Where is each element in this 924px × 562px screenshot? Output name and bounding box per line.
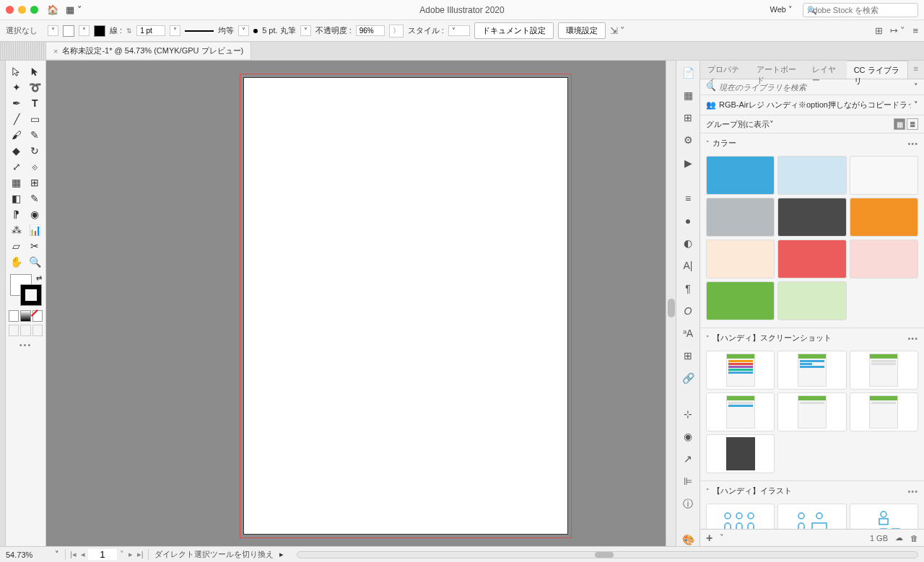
color-swatch[interactable] bbox=[706, 198, 775, 237]
workspace-icon[interactable]: ▦ ˅ bbox=[66, 4, 82, 15]
fill-stroke-control[interactable]: ⇄ bbox=[10, 274, 42, 306]
section-menu-icon[interactable]: ••• bbox=[907, 487, 918, 496]
trash-icon[interactable]: 🗑 bbox=[910, 534, 918, 543]
left-dock-grip[interactable] bbox=[0, 61, 6, 546]
blend-tool[interactable]: ◉ bbox=[26, 206, 45, 222]
pencil-tool[interactable]: ✎ bbox=[26, 127, 45, 143]
brush-dropdown[interactable]: ˅ bbox=[300, 25, 311, 36]
color-swatch[interactable] bbox=[850, 198, 918, 237]
dock-opentype-icon[interactable]: O bbox=[681, 304, 694, 317]
screenshot-thumb[interactable] bbox=[706, 392, 775, 431]
next-page-icon[interactable]: ▸ bbox=[127, 550, 134, 559]
artboard[interactable] bbox=[243, 77, 568, 535]
magic-wand-tool[interactable]: ✦ bbox=[7, 79, 26, 95]
dock-export-icon[interactable]: ↗ bbox=[681, 452, 694, 465]
dock-transform-icon[interactable]: ⊹ bbox=[681, 408, 694, 420]
toolbar-grip[interactable] bbox=[0, 42, 46, 60]
list-icon[interactable]: ≡ bbox=[912, 25, 918, 36]
style-dropdown[interactable]: ˅ bbox=[448, 25, 470, 36]
cloud-icon[interactable]: ☁ bbox=[895, 533, 903, 543]
free-transform-tool[interactable]: ▦ bbox=[7, 175, 26, 190]
dock-circle-icon[interactable]: ● bbox=[681, 214, 694, 227]
add-icon[interactable]: + bbox=[706, 532, 712, 545]
prev-page-icon[interactable]: ◂ bbox=[79, 550, 87, 559]
paintbrush-tool[interactable]: 🖌 bbox=[7, 127, 26, 143]
pen-tool[interactable]: ✒ bbox=[7, 95, 26, 111]
selection-tool[interactable] bbox=[7, 63, 26, 79]
draw-normal[interactable] bbox=[9, 325, 19, 336]
symbol-sprayer-tool[interactable]: ⁂ bbox=[7, 222, 26, 238]
rotate-tool[interactable]: ↻ bbox=[26, 143, 45, 159]
color-mode-gradient[interactable] bbox=[20, 310, 30, 322]
close-button[interactable] bbox=[6, 6, 14, 14]
document-setup-button[interactable]: ドキュメント設定 bbox=[474, 22, 554, 39]
dock-appearance-icon[interactable]: ◉ bbox=[681, 430, 694, 442]
line-tool[interactable]: ╱ bbox=[7, 111, 26, 127]
dock-swatches-icon[interactable]: ⊞ bbox=[681, 111, 694, 123]
stroke-width-dropdown[interactable]: ˅ bbox=[170, 25, 180, 36]
screenshot-thumb[interactable] bbox=[706, 351, 775, 390]
stroke-swatch[interactable] bbox=[94, 25, 105, 37]
dock-type-icon[interactable]: A| bbox=[681, 260, 694, 272]
chevron-down-icon[interactable]: ˅ bbox=[706, 488, 710, 495]
stock-search-input[interactable] bbox=[803, 3, 918, 17]
gradient-tool[interactable]: ◧ bbox=[7, 190, 26, 206]
dock-chars-icon[interactable]: ⊞ bbox=[681, 350, 694, 362]
scale-tool[interactable]: ⤢ bbox=[7, 159, 26, 175]
color-swatch[interactable] bbox=[777, 240, 846, 278]
dock-paragraph-icon[interactable]: ¶ bbox=[681, 282, 694, 294]
view-mode-label[interactable]: グループ別に表示 bbox=[706, 119, 770, 130]
stroke-color[interactable] bbox=[20, 284, 42, 306]
tab-artboard[interactable]: アートボード bbox=[749, 61, 805, 79]
screenshot-thumb[interactable] bbox=[706, 434, 775, 473]
dock-info-icon[interactable]: ⓘ bbox=[681, 498, 694, 511]
stock-search[interactable]: 🔍 bbox=[803, 3, 918, 17]
screenshot-thumb[interactable] bbox=[850, 351, 918, 390]
column-graph-tool[interactable]: 📊 bbox=[26, 222, 45, 238]
dock-gradient-icon[interactable]: ◐ bbox=[681, 237, 694, 249]
workspace-dropdown[interactable]: Web ˅ bbox=[766, 4, 797, 16]
dock-grid-icon[interactable]: ▦ bbox=[681, 89, 694, 101]
panel-menu-icon[interactable]: ≡ bbox=[908, 61, 924, 79]
maximize-button[interactable] bbox=[30, 6, 38, 14]
section-menu-icon[interactable]: ••• bbox=[907, 334, 918, 343]
color-mode-solid[interactable] bbox=[9, 310, 19, 322]
eraser-tool[interactable]: ◆ bbox=[7, 143, 26, 159]
draw-inside[interactable] bbox=[32, 325, 43, 336]
color-swatch[interactable] bbox=[777, 281, 846, 320]
grid-view-icon[interactable]: ▦ bbox=[894, 118, 905, 130]
home-icon[interactable]: 🏠 bbox=[47, 4, 58, 15]
document-tab[interactable]: × 名称未設定-1* @ 54.73% (CMYK/GPU プレビュー) bbox=[46, 43, 251, 59]
swap-fill-stroke-icon[interactable]: ⇄ bbox=[36, 274, 42, 282]
illust-thumb[interactable] bbox=[777, 504, 846, 529]
rectangle-tool[interactable]: ▭ bbox=[26, 111, 45, 127]
stroke-profile-dropdown[interactable]: ˅ bbox=[238, 25, 249, 36]
minimize-button[interactable] bbox=[18, 6, 26, 14]
stroke-dropdown[interactable]: ˅ bbox=[79, 25, 90, 36]
horizontal-scrollbar[interactable] bbox=[297, 551, 918, 558]
chevron-down-icon[interactable]: ˅ bbox=[720, 533, 724, 543]
eyedropper-tool[interactable]: ⁋ bbox=[7, 206, 26, 222]
artboard-tool[interactable]: ▱ bbox=[7, 238, 26, 254]
direct-selection-tool[interactable] bbox=[26, 63, 45, 79]
canvas[interactable] bbox=[46, 61, 676, 546]
color-swatch[interactable] bbox=[777, 156, 846, 195]
tab-cc-libraries[interactable]: CC ライブラリ bbox=[847, 61, 908, 79]
color-swatch[interactable] bbox=[777, 198, 846, 237]
hint-expand-icon[interactable]: ▸ bbox=[279, 550, 284, 559]
opacity-dropdown[interactable]: 〉 bbox=[389, 25, 404, 38]
chevron-down-icon[interactable]: ˅ bbox=[706, 335, 710, 342]
dock-link-icon[interactable]: 🔗 bbox=[681, 372, 694, 385]
dock-gear-icon[interactable]: ⚙ bbox=[681, 134, 694, 146]
illust-thumb[interactable] bbox=[706, 504, 775, 529]
fill-dropdown[interactable]: ˅ bbox=[48, 25, 58, 36]
type-tool[interactable]: T bbox=[26, 95, 45, 111]
tab-layers[interactable]: レイヤー bbox=[805, 61, 847, 79]
section-menu-icon[interactable]: ••• bbox=[907, 139, 918, 148]
vertical-scrollbar[interactable] bbox=[666, 61, 676, 546]
library-search-input[interactable] bbox=[719, 83, 911, 92]
chevron-down-icon[interactable]: ˅ bbox=[706, 140, 710, 147]
page-input[interactable] bbox=[88, 549, 117, 560]
color-swatch[interactable] bbox=[850, 240, 918, 278]
hand-tool[interactable]: ✋ bbox=[7, 254, 26, 270]
